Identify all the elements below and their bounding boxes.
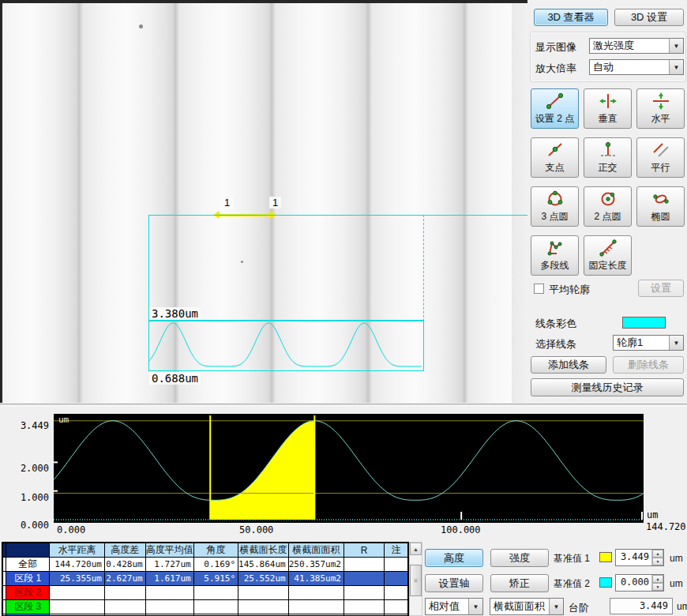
table-cell [50, 600, 105, 614]
table-cell: 250.357um2 [288, 558, 344, 572]
table-cell [385, 572, 408, 586]
table-row[interactable]: 区段 125.355um2.627um1.617um5.915°25.552um… [3, 572, 408, 586]
spin-up-icon[interactable]: ▲ [652, 575, 663, 583]
add-line-button[interactable]: 添加线条 [531, 356, 606, 374]
table-header-5: 角度 [193, 543, 238, 558]
profile-chart-plot[interactable] [54, 414, 644, 523]
height-button[interactable]: 高度 [425, 549, 483, 567]
table-cell: 1.617um [145, 572, 193, 586]
x-tick-0: 0.000 [57, 525, 85, 535]
tool-parallel[interactable]: 平行 [636, 137, 685, 178]
relative-value-text: 相对值 [426, 599, 468, 614]
scrollbar-thumb[interactable]: ≡ [410, 565, 422, 596]
cross-section-text: 横截面面积 [490, 599, 549, 614]
tool-orthogonal[interactable]: 正交 [584, 137, 632, 178]
parallel-lines-icon [651, 139, 671, 161]
ref1-spinner[interactable]: 3.449 ▲▼ [615, 549, 664, 566]
tool-pivot[interactable]: 支点 [531, 137, 579, 178]
average-profile-checkbox[interactable] [534, 284, 544, 294]
table-row[interactable]: 区段 2 [3, 586, 408, 600]
select-line-label: 选择线条 [535, 337, 576, 351]
laser-image-viewport[interactable]: 1 1 3.380um 0.688um [0, 0, 527, 403]
y-tick-3449: 3.449 [14, 421, 49, 431]
tool-set-2-points[interactable]: 设置 2 点 [531, 88, 579, 129]
measurement-table: 水平距离高度差高度平均值角度横截面长度横截面面积R注全部144.720um0.4… [2, 543, 408, 616]
ref2-color-swatch[interactable] [599, 577, 612, 588]
polyline-icon [545, 237, 565, 259]
y-tick-0000: 0.000 [14, 520, 49, 531]
relative-value-select[interactable]: 相对值 ▼ [425, 598, 483, 615]
tool-polyline[interactable]: 多段线 [531, 235, 579, 276]
row-label[interactable]: 区段 2 [6, 586, 50, 600]
table-cell [238, 600, 289, 614]
cross-section-select[interactable]: 横截面面积 ▼ [490, 598, 564, 615]
fixed-length-icon [598, 237, 618, 259]
ref1-unit: um [670, 553, 683, 564]
table-header-1 [6, 543, 50, 558]
table-cell: 1.727um [145, 558, 193, 572]
x-tick-100: 100.000 [441, 525, 481, 535]
table-header-6: 横截面长度 [238, 543, 289, 558]
table-cell [288, 586, 344, 600]
table-cell: 2.627um [104, 572, 145, 586]
table-cell [385, 600, 408, 614]
row-label[interactable]: 区段 3 [6, 600, 50, 614]
magnification-value: 自动 [590, 60, 669, 74]
profile-max-label: 3.380um [149, 307, 201, 320]
step-unit: um [677, 601, 687, 612]
table-cell [344, 586, 384, 600]
tool-2-point-circle[interactable]: 2 点圆 [584, 186, 632, 227]
spin-down-icon[interactable]: ▼ [652, 583, 663, 591]
table-row[interactable]: 区段 3 [3, 600, 408, 614]
average-profile-label: 平均轮廓 [549, 283, 590, 297]
measure-line-history-button[interactable]: 测量线历史记录 [531, 378, 684, 396]
table-row[interactable]: 全部144.720um0.428um1.727um0.169°145.864um… [3, 558, 408, 572]
display-image-select[interactable]: 激光强度 ▼ [589, 38, 684, 54]
row-label[interactable]: 全部 [6, 558, 50, 572]
x-axis-unit-label: um [647, 510, 658, 520]
delete-line-button[interactable]: 删除线条 [613, 356, 684, 374]
spin-up-icon[interactable]: ▲ [652, 550, 663, 558]
table-cell: 25.552um [238, 572, 289, 586]
ref2-spinner[interactable]: 0.000 ▲▼ [615, 574, 664, 592]
chevron-down-icon: ▼ [468, 599, 482, 614]
3d-settings-button[interactable]: 3D 设置 [614, 9, 684, 26]
segment-marker-left: 1 [221, 197, 233, 208]
correction-button[interactable]: 矫正 [490, 574, 549, 592]
line-color-swatch[interactable] [622, 317, 666, 329]
tool-fixed-length[interactable]: 固定长度 [584, 235, 632, 276]
spin-down-icon[interactable]: ▼ [652, 558, 663, 565]
table-header-4: 高度平均值 [145, 543, 193, 558]
row-label[interactable]: 区段 1 [6, 572, 50, 586]
measurement-table-wrap[interactable]: 水平距离高度差高度平均值角度横截面长度横截面面积R注全部144.720um0.4… [2, 542, 409, 616]
x-tick-max: 144.720 [646, 522, 686, 532]
table-cell [288, 600, 344, 614]
ref2-label: 基准值 2 [554, 577, 590, 591]
3d-viewer-button[interactable]: 3D 查看器 [534, 9, 608, 26]
measure-region-rect[interactable] [148, 215, 424, 321]
chevron-down-icon: ▼ [669, 39, 683, 53]
line-color-label: 线条彩色 [535, 317, 576, 331]
scroll-up-icon[interactable]: ▲ [410, 543, 422, 555]
ref1-color-swatch[interactable] [599, 552, 612, 562]
profile-chart-canvas [54, 414, 644, 523]
intensity-button[interactable]: 强度 [490, 549, 549, 567]
inline-profile-box [148, 320, 424, 371]
select-line-select[interactable]: 轮廓1 ▼ [613, 335, 684, 351]
three-point-circle-icon [545, 188, 565, 210]
step-label: 台阶 [569, 601, 589, 615]
table-scrollbar[interactable]: ▲ ≡ [409, 542, 422, 616]
tool-vertical[interactable]: 垂直 [584, 88, 632, 129]
magnification-select[interactable]: 自动 ▼ [589, 59, 684, 75]
table-header-9: 注 [385, 543, 408, 558]
tool-3-point-circle[interactable]: 3 点圆 [531, 186, 579, 227]
table-cell: 0.169° [193, 558, 238, 572]
display-image-value: 激光强度 [590, 39, 669, 53]
profile-settings-button[interactable]: 设置 [638, 280, 684, 297]
orthogonal-line-icon [598, 139, 618, 161]
tool-ellipse[interactable]: 椭圆 [636, 186, 685, 227]
chevron-down-icon: ▼ [669, 336, 683, 350]
tool-horizontal[interactable]: 水平 [636, 88, 685, 129]
set-axis-button[interactable]: 设置轴 [425, 574, 483, 592]
table-cell: 41.385um2 [288, 572, 344, 586]
